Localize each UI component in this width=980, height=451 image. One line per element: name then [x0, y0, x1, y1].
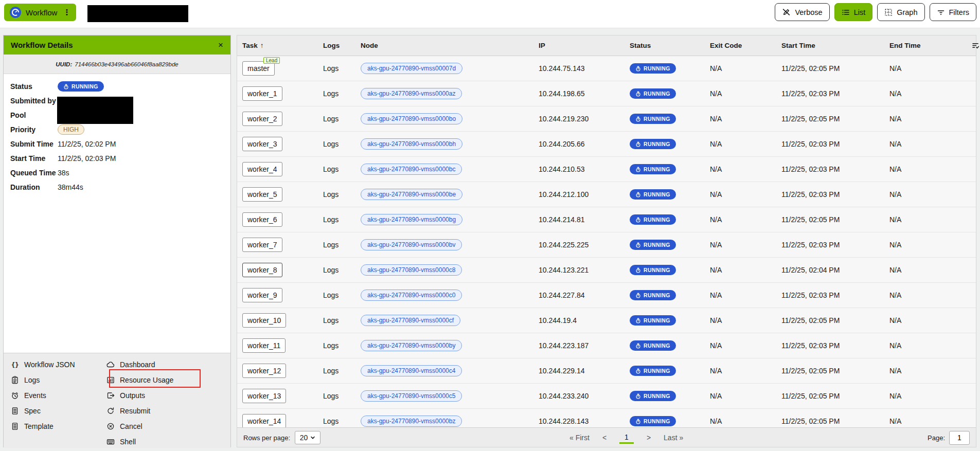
task-box[interactable]: masterLead	[242, 61, 275, 76]
exit-code-value: N/A	[710, 115, 781, 123]
workflow-menu-button[interactable]: Workflow ⋮	[4, 4, 76, 21]
action-dashboard[interactable]: Dashboard	[106, 357, 225, 372]
end-time-value: N/A	[889, 241, 972, 249]
task-box[interactable]: worker_12	[242, 364, 286, 378]
action-logs[interactable]: Logs	[11, 372, 101, 388]
column-settings-icon[interactable]	[972, 42, 980, 49]
logs-link[interactable]: Logs	[323, 140, 338, 148]
status-badge-text: RUNNING	[644, 116, 670, 122]
status-badge: RUNNING	[58, 81, 104, 92]
pagination-next[interactable]: >	[647, 434, 651, 442]
stopwatch-icon	[635, 267, 641, 273]
list-view-button[interactable]: List	[834, 3, 873, 21]
start-time-value: 11/2/25, 02:03 PM	[781, 190, 889, 199]
task-box[interactable]: worker_1	[242, 86, 282, 101]
logs-link[interactable]: Logs	[323, 392, 338, 400]
logs-link[interactable]: Logs	[323, 64, 338, 73]
pagination-last[interactable]: Last »	[664, 434, 683, 442]
close-icon[interactable]: ×	[218, 41, 223, 49]
pagination-current-page[interactable]: 1	[619, 432, 634, 444]
node-pill[interactable]: aks-gpu-24770890-vmss0000c5	[361, 390, 462, 402]
action-spec[interactable]: Spec	[11, 403, 101, 419]
task-box[interactable]: worker_10	[242, 313, 286, 328]
exit-code-value: N/A	[710, 266, 781, 274]
node-pill[interactable]: aks-gpu-24770890-vmss0000cf	[361, 315, 460, 326]
graph-view-button[interactable]: Graph	[877, 3, 924, 21]
field-label: Queued Time	[10, 169, 58, 177]
logs-link[interactable]: Logs	[323, 291, 338, 299]
status-badge-text: RUNNING	[644, 166, 670, 172]
action-events[interactable]: Events	[11, 388, 101, 403]
logs-link[interactable]: Logs	[323, 367, 338, 375]
filters-button[interactable]: Filters	[930, 3, 976, 21]
logs-link[interactable]: Logs	[323, 115, 338, 123]
node-pill[interactable]: aks-gpu-24770890-vmss0000be	[361, 189, 462, 200]
action-resubmit[interactable]: Resubmit	[106, 403, 225, 419]
column-header-ip[interactable]: IP	[539, 42, 630, 49]
action-outputs[interactable]: Outputs	[106, 388, 225, 403]
task-box[interactable]: worker_13	[242, 389, 286, 403]
node-pill[interactable]: aks-gpu-24770890-vmss0000az	[361, 88, 462, 99]
logs-link[interactable]: Logs	[323, 341, 338, 350]
logs-link[interactable]: Logs	[323, 89, 338, 98]
task-box[interactable]: worker_11	[242, 338, 286, 353]
field-label: Duration	[10, 183, 58, 191]
action-shell[interactable]: Shell	[106, 434, 225, 449]
action-template[interactable]: Template	[11, 419, 101, 434]
task-box[interactable]: worker_14	[242, 414, 286, 427]
task-box[interactable]: worker_2	[242, 112, 282, 126]
table-row: worker_7Logsaks-gpu-24770890-vmss0000bv1…	[237, 232, 976, 258]
column-header-task[interactable]: Task ↑	[242, 42, 323, 49]
ip-value: 10.244.210.53	[539, 165, 630, 173]
node-pill[interactable]: aks-gpu-24770890-vmss0000bo	[361, 113, 462, 124]
task-box[interactable]: worker_3	[242, 137, 282, 151]
task-box[interactable]: worker_7	[242, 238, 282, 252]
task-box[interactable]: worker_6	[242, 212, 282, 227]
node-pill[interactable]: aks-gpu-24770890-vmss0000bv	[361, 239, 462, 250]
column-header-exit-code[interactable]: Exit Code	[710, 42, 781, 49]
task-box[interactable]: worker_8	[242, 263, 282, 277]
logs-link[interactable]: Logs	[323, 316, 338, 324]
task-box[interactable]: worker_5	[242, 187, 282, 202]
node-pill[interactable]: aks-gpu-24770890-vmss0000bg	[361, 214, 462, 225]
pagination-prev[interactable]: <	[602, 434, 607, 442]
logs-link[interactable]: Logs	[323, 190, 338, 199]
column-header-node[interactable]: Node	[361, 42, 539, 49]
node-pill[interactable]: aks-gpu-24770890-vmss0000bh	[361, 138, 462, 150]
node-pill[interactable]: aks-gpu-24770890-vmss00007d	[361, 63, 462, 74]
column-header-status[interactable]: Status	[630, 42, 710, 49]
logs-link[interactable]: Logs	[323, 215, 338, 224]
action-workflow-json[interactable]: {}Workflow JSON	[11, 357, 101, 372]
column-header-end-time[interactable]: End Time	[889, 42, 972, 49]
task-box[interactable]: worker_4	[242, 162, 282, 176]
verbose-button[interactable]: Verbose	[775, 3, 829, 21]
node-pill[interactable]: aks-gpu-24770890-vmss0000bc	[361, 164, 462, 175]
column-header-start-time[interactable]: Start Time	[781, 42, 889, 49]
node-pill[interactable]: aks-gpu-24770890-vmss0000bz	[361, 416, 462, 427]
task-box[interactable]: worker_9	[242, 288, 282, 302]
uuid-bar: UUID: 714466b03e43496ab66046f8aa829bde	[4, 55, 230, 74]
end-time-value: N/A	[889, 367, 972, 375]
status-badge: RUNNING	[630, 366, 676, 376]
logs-link[interactable]: Logs	[323, 266, 338, 274]
logs-link[interactable]: Logs	[323, 241, 338, 249]
sort-ascending-icon[interactable]: ↑	[260, 42, 264, 49]
kebab-menu-icon[interactable]: ⋮	[62, 8, 70, 17]
page-input[interactable]	[949, 431, 970, 445]
action-resource-usage[interactable]: Resource Usage	[106, 372, 225, 388]
logs-link[interactable]: Logs	[323, 417, 338, 425]
pagination-first[interactable]: « First	[569, 434, 590, 442]
node-pill[interactable]: aks-gpu-24770890-vmss0000c8	[361, 264, 462, 276]
status-badge-text: RUNNING	[644, 267, 670, 273]
column-header-logs[interactable]: Logs	[323, 42, 361, 49]
action-label: Workflow JSON	[24, 360, 75, 369]
action-cancel[interactable]: Cancel	[106, 419, 225, 434]
duration-value: 38m44s	[58, 183, 83, 191]
node-pill[interactable]: aks-gpu-24770890-vmss0000by	[361, 340, 462, 351]
stopwatch-icon	[635, 318, 641, 323]
table-row: worker_4Logsaks-gpu-24770890-vmss0000bc1…	[237, 157, 976, 182]
node-pill[interactable]: aks-gpu-24770890-vmss0000c0	[361, 290, 462, 301]
logs-link[interactable]: Logs	[323, 165, 338, 173]
node-pill[interactable]: aks-gpu-24770890-vmss0000c4	[361, 365, 462, 376]
rows-per-page-select[interactable]: 20	[295, 431, 320, 444]
